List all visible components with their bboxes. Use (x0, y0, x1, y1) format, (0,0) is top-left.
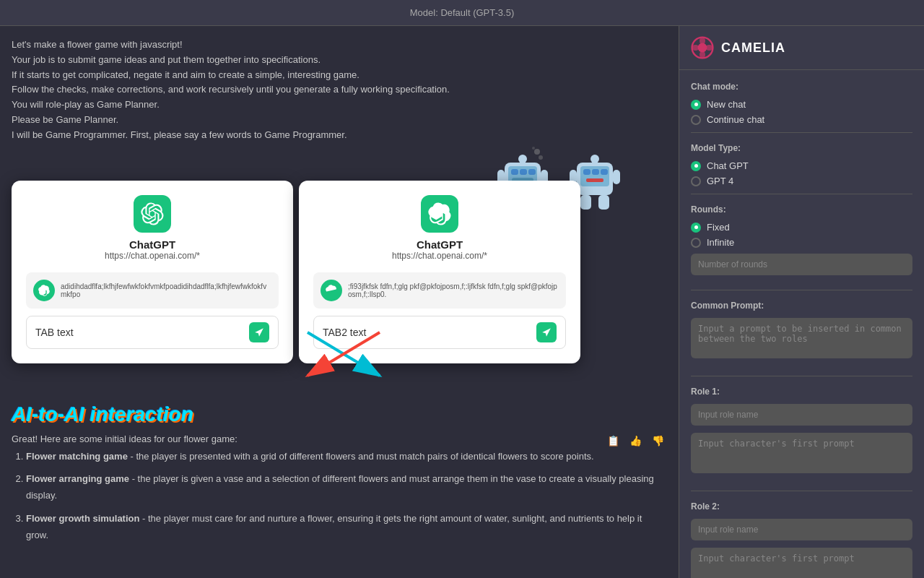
role1-name-input[interactable] (691, 404, 912, 426)
popup-card-2-avatar (321, 280, 342, 301)
radio-infinite[interactable]: Infinite (691, 237, 912, 248)
popup-card-1-send-btn[interactable] (249, 322, 269, 342)
popup-card-1-input-row[interactable]: TAB text (26, 316, 279, 349)
svg-rect-19 (586, 178, 603, 182)
divider-1 (691, 132, 912, 133)
svg-rect-22 (613, 170, 620, 184)
role1-prompt-input[interactable] (691, 433, 912, 473)
copy-button[interactable]: 📋 (604, 434, 622, 448)
radio-continue-chat[interactable]: Continue chat (691, 114, 912, 125)
radio-dot-continue-chat (691, 115, 701, 125)
radio-fixed[interactable]: Fixed (691, 222, 912, 233)
sidebar: CAMELIA Chat mode: New chat Continue cha… (679, 26, 924, 578)
popup-cards-container: ChatGPT https://chat.openai.com/* adidih… (12, 181, 580, 363)
list-item: Flower arranging game - the player is gi… (26, 470, 667, 504)
cross-arrows (293, 325, 394, 383)
model-type-group: Chat GPT GPT 4 (691, 160, 912, 186)
rounds-input[interactable] (691, 254, 912, 275)
popup-card-2-chat-row: ;fi93jfkfsk fdfn,f;glg pkf@pkfojposm,f;:… (313, 272, 566, 309)
role2-prompt-input[interactable] (691, 548, 912, 578)
radio-dot-new-chat (691, 100, 701, 110)
svg-point-20 (590, 155, 599, 163)
response-actions: 📋 👍 👎 (604, 434, 667, 448)
svg-rect-2 (511, 169, 518, 175)
svg-point-34 (705, 45, 713, 51)
sidebar-content: Chat mode: New chat Continue chat Model … (679, 70, 924, 578)
radio-dot-fixed (691, 223, 701, 233)
chatgpt-icon-2 (421, 195, 458, 233)
svg-point-6 (518, 155, 527, 163)
intro-message: Let's make a flower game with javascript… (12, 38, 667, 143)
popup-card-1-chat-text: adidihdadflfa;lkfhjfewfwkfokfvmkfpoadidi… (61, 282, 271, 298)
popup-card-1-header: ChatGPT https://chat.openai.com/* (26, 195, 279, 261)
chatgpt-icon-1 (134, 195, 171, 233)
svg-rect-16 (583, 169, 590, 175)
popup-overlay: ChatGPT https://chat.openai.com/* adidih… (12, 159, 667, 390)
svg-rect-18 (601, 169, 608, 175)
model-type-label: Model Type: (691, 143, 912, 153)
response-list: Flower matching game - the player is pre… (12, 448, 667, 544)
role1-label: Role 1: (691, 387, 912, 397)
role2-name-input[interactable] (691, 519, 912, 540)
common-prompt-label: Common Prompt: (691, 301, 912, 311)
popup-card-1-tab-text: TAB text (35, 327, 243, 338)
svg-rect-4 (528, 169, 536, 175)
svg-point-12 (539, 155, 543, 160)
response-section: Great! Here are some initial ideas for o… (12, 432, 667, 550)
radio-new-chat[interactable]: New chat (691, 99, 912, 110)
role2-label: Role 2: (691, 501, 912, 512)
popup-card-2-header: ChatGPT https://chat.openai.com/* (313, 195, 566, 261)
popup-card-2-send-btn[interactable] (536, 322, 557, 342)
top-bar: Model: Default (GPT-3.5) (0, 0, 924, 26)
common-prompt-input[interactable] (691, 318, 912, 358)
response-header: Great! Here are some initial ideas for o… (12, 432, 667, 448)
svg-point-31 (699, 37, 705, 45)
svg-point-33 (692, 45, 699, 51)
model-label: Model: Default (GPT-3.5) (410, 7, 515, 18)
radio-gpt4[interactable]: GPT 4 (691, 176, 912, 186)
main-layout: Let's make a flower game with javascript… (0, 26, 924, 578)
response-intro-text: Great! Here are some initial ideas for o… (12, 432, 598, 447)
divider-2 (691, 194, 912, 194)
popup-card-1-chat-row: adidihdadflfa;lkfhjfewfwkfokfvmkfpoadidi… (26, 272, 279, 309)
popup-card-1: ChatGPT https://chat.openai.com/* adidih… (12, 181, 293, 363)
sidebar-header: CAMELIA (679, 26, 924, 70)
ai-interaction-label: AI-to-AI interaction (12, 403, 667, 426)
popup-card-1-avatar (33, 280, 55, 301)
sidebar-title: CAMELIA (721, 40, 785, 56)
svg-rect-3 (520, 169, 527, 175)
chat-mode-group: New chat Continue chat (691, 99, 912, 125)
camelia-logo-icon (691, 36, 714, 59)
svg-point-32 (699, 51, 705, 59)
thumbs-up-button[interactable]: 👍 (627, 434, 645, 448)
divider-3 (691, 290, 912, 290)
popup-card-2-chat-text: ;fi93jfkfsk fdfn,f;glg pkf@pkfojposm,f;:… (348, 282, 559, 298)
svg-rect-24 (598, 195, 609, 210)
thumbs-down-button[interactable]: 👎 (649, 434, 667, 448)
divider-4 (691, 376, 912, 376)
chat-area: Let's make a flower game with javascript… (0, 26, 679, 578)
rounds-group: Fixed Infinite (691, 222, 912, 248)
svg-rect-23 (580, 195, 591, 210)
radio-dot-gpt4 (691, 176, 701, 186)
chat-mode-label: Chat mode: (691, 82, 912, 92)
radio-dot-chat-gpt (691, 161, 701, 171)
radio-dot-infinite (691, 238, 701, 248)
list-item: Flower matching game - the player is pre… (26, 448, 667, 465)
radio-chat-gpt[interactable]: Chat GPT (691, 160, 912, 171)
svg-point-11 (534, 149, 540, 155)
svg-rect-17 (592, 169, 599, 175)
popup-card-2-title: ChatGPT (417, 238, 463, 251)
rounds-label: Rounds: (691, 204, 912, 215)
list-item: Flower growth simulation - the player mu… (26, 510, 667, 544)
divider-5 (691, 491, 912, 491)
popup-card-1-url: https://chat.openai.com/* (105, 251, 200, 261)
svg-point-13 (532, 147, 535, 150)
popup-card-2-url: https://chat.openai.com/* (392, 251, 487, 261)
popup-card-1-title: ChatGPT (129, 238, 175, 251)
